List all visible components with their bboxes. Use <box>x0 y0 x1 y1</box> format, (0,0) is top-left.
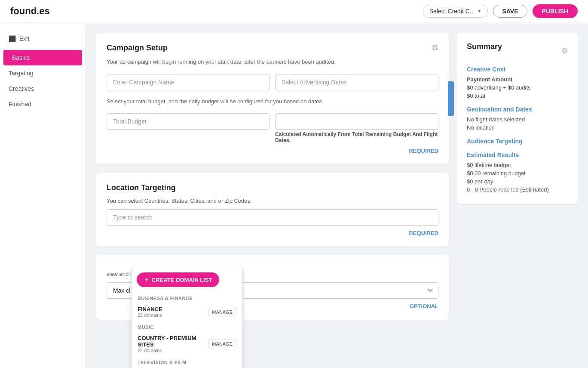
daily-budget-input[interactable]: 0 <box>275 113 438 130</box>
country-name: COUNTRY - PREMIUM SITES <box>138 335 208 348</box>
budget-row: 0 Calculated Automatically From Total Re… <box>107 113 438 143</box>
per-day: $0 per day <box>467 178 568 185</box>
country-domains: 22 domains <box>138 348 208 353</box>
header: found.es Select Credit C... ▼ SAVE PUBLI… <box>0 0 588 22</box>
sidebar: ⬛ Exit Basics Targeting Creatives Finish… <box>0 22 86 368</box>
sidebar-creatives-label: Creatives <box>9 85 34 92</box>
dropdown-item-country[interactable]: COUNTRY - PREMIUM SITES 22 domains MANAG… <box>132 331 242 356</box>
geo-dates-title: Geolocation and Dates <box>467 106 568 113</box>
sidebar-item-targeting[interactable]: Targeting <box>0 65 86 81</box>
category-business-finance-label: BUSINESS & FINANCE <box>132 292 242 303</box>
finance-manage-button[interactable]: MANAGE <box>208 308 236 316</box>
main-layout: ⬛ Exit Basics Targeting Creatives Finish… <box>0 22 588 368</box>
location-required-label: REQUIRED <box>107 230 438 236</box>
plus-icon: ＋ <box>144 276 149 284</box>
dropdown-category-tv-film: TELEVISION & FILM Film - Premium 54 doma… <box>132 356 242 368</box>
save-button[interactable]: SAVE <box>493 5 527 18</box>
country-info: COUNTRY - PREMIUM SITES 22 domains <box>138 335 208 353</box>
no-location: No location <box>467 124 568 131</box>
creative-cost-title: Creative Cost <box>467 66 568 73</box>
sidebar-item-basics[interactable]: Basics <box>3 50 82 65</box>
advertising-dates-input[interactable] <box>275 74 438 90</box>
exit-icon: ⬛ <box>9 35 16 42</box>
finance-info: FINANCE 22 domains <box>138 306 162 318</box>
finance-name: FINANCE <box>138 306 162 312</box>
location-targeting-card: Location Targeting You can select Countr… <box>96 173 449 247</box>
create-domain-list-label: CREATE DOMAIN LIST <box>152 277 212 283</box>
sidebar-finished-label: Finished <box>9 101 31 108</box>
campaign-form-row <box>107 74 438 90</box>
audience-targeting-title: Audience Targeting <box>467 138 568 145</box>
daily-budget-wrap: 0 Calculated Automatically From Total Re… <box>275 113 438 143</box>
chevron-down-icon: ▼ <box>478 9 482 13</box>
category-music-label: MUSIC <box>132 321 242 331</box>
summary-panel: Summary ⚙ Creative Cost Payment Amount $… <box>457 33 578 358</box>
lifetime-budget: $0 lifetime budget <box>467 162 568 168</box>
campaign-setup-title: Campaign Setup <box>107 43 168 53</box>
publish-button[interactable]: PUBLISH <box>533 4 578 18</box>
campaign-name-input[interactable] <box>107 74 270 90</box>
campaign-setup-header: Campaign Setup ⚙ <box>107 43 438 53</box>
location-targeting-title: Location Targeting <box>107 183 176 192</box>
total-budget-wrap <box>107 113 270 130</box>
campaign-required-label: REQUIRED <box>107 148 438 154</box>
people-reached: 0 - 0 People reached (Estimated) <box>467 186 568 193</box>
logo: found.es <box>10 6 50 17</box>
remaining-budget: $0.00 remaining budget <box>467 170 568 176</box>
finance-domains: 22 domains <box>138 312 162 318</box>
dropdown-category-music: MUSIC COUNTRY - PREMIUM SITES 22 domains… <box>132 321 242 356</box>
select-credit-label: Select Credit C... <box>429 8 475 15</box>
location-search-input[interactable] <box>107 209 438 226</box>
exit-label: Exit <box>19 35 29 42</box>
summary-gear-icon[interactable]: ⚙ <box>561 46 568 56</box>
summary-title: Summary <box>467 42 502 51</box>
category-tv-film-label: TELEVISION & FILM <box>132 356 242 367</box>
domain-list-dropdown: ＋ CREATE DOMAIN LIST BUSINESS & FINANCE … <box>131 267 243 368</box>
location-subtitle: You can select Countries, States, Cities… <box>107 198 438 204</box>
budget-subtitle: Select your total budget, and the daily … <box>107 97 438 106</box>
header-right: Select Credit C... ▼ SAVE PUBLISH <box>423 4 578 18</box>
dropdown-category-business: BUSINESS & FINANCE FINANCE 22 domains MA… <box>132 292 242 321</box>
country-manage-button[interactable]: MANAGE <box>208 340 236 348</box>
select-credit-button[interactable]: Select Credit C... ▼ <box>423 5 488 18</box>
budget-calc-note: Calculated Automatically From Total Rema… <box>275 131 438 143</box>
location-targeting-header: Location Targeting <box>107 183 438 192</box>
summary-header: Summary ⚙ <box>467 42 568 59</box>
payment-amount-label: Payment Amount <box>467 76 568 83</box>
summary-card: Summary ⚙ Creative Cost Payment Amount $… <box>457 33 578 204</box>
sidebar-item-creatives[interactable]: Creatives <box>0 81 86 96</box>
gear-icon[interactable]: ⚙ <box>432 43 438 53</box>
estimated-results-title: Estimated Results <box>467 152 568 158</box>
campaign-setup-subtitle: Your ad campaign will begin running on y… <box>107 58 438 66</box>
sidebar-basics-label: Basics <box>12 54 30 61</box>
sidebar-exit[interactable]: ⬛ Exit <box>0 31 86 46</box>
payment-total: $0 total <box>467 93 568 99</box>
sidebar-item-finished[interactable]: Finished <box>0 96 86 112</box>
no-flight-dates: No flight dates selected <box>467 116 568 123</box>
sidebar-targeting-label: Targeting <box>9 70 34 77</box>
dropdown-item-finance[interactable]: FINANCE 22 domains MANAGE <box>132 303 242 321</box>
total-budget-input[interactable] <box>107 113 270 130</box>
create-domain-list-button[interactable]: ＋ CREATE DOMAIN LIST <box>137 272 219 287</box>
payment-detail: $0 advertising + $0 audits <box>467 84 568 91</box>
campaign-setup-card: Campaign Setup ⚙ Your ad campaign will b… <box>96 33 449 164</box>
